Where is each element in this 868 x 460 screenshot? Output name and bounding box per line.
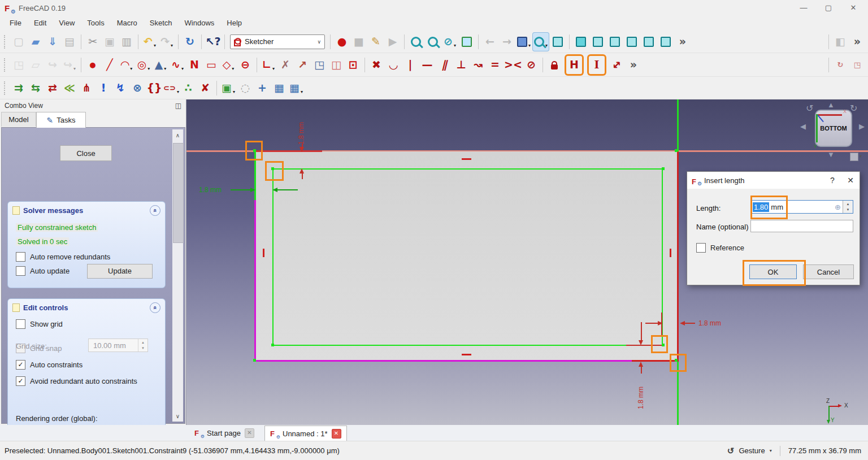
select-conflicting-constraints-button[interactable]: ↯ [112,79,128,97]
constrain-lock-button[interactable] [546,56,562,74]
view-toolbar-overflow[interactable]: » [675,33,691,51]
top-view-button[interactable] [590,33,606,51]
outer-rect-bottom-edge[interactable] [254,360,632,362]
nav-forward-button[interactable]: → [499,33,515,51]
macro-record-button[interactable]: ● [334,33,350,51]
navigation-cube[interactable]: ▲ ↺ ↻ ◀ ▶ BOTTOM X Y ▼ ▾ [800,101,868,166]
scrollbar-thumb[interactable] [173,143,184,243]
left-view-button[interactable] [658,33,674,51]
vertex-dot[interactable] [253,149,256,152]
vertex-dot[interactable] [675,359,678,362]
symmetry-button[interactable]: {} [146,79,162,97]
nav-rotate-ccw-icon[interactable]: ↺ [806,103,813,114]
cancel-button[interactable]: Cancel [803,264,854,279]
create-polygon-button[interactable]: ◇▾ [220,56,236,74]
redo-button[interactable]: ↷▾ [159,33,175,51]
extend-edge-button[interactable]: ↗ [294,56,310,74]
whats-this-button[interactable]: ↖? [205,33,221,51]
macro-edit-button[interactable]: ✎ [368,33,384,51]
show-hide-bspline-degree-button[interactable]: ◌ [237,79,253,97]
tab-tasks[interactable]: ✎ Tasks [36,112,86,128]
rotate-view-button[interactable]: ▾ [533,33,549,51]
bottom-view-button[interactable] [641,33,657,51]
dropdown-caret-icon[interactable]: ▾ [164,66,166,71]
dropdown-caret-icon[interactable]: ▾ [301,89,303,94]
undo-button[interactable]: ↶▾ [142,33,158,51]
fillet-button[interactable]: ∟▾ [261,56,276,74]
vertex-dot[interactable] [675,149,678,152]
toolbar-grip[interactable] [4,81,7,95]
open-file-button[interactable]: ▰ [28,33,44,51]
panel-scrollbar[interactable]: ∧ ∨ [172,129,183,422]
constrain-distance-button[interactable]: ↔ [609,56,624,74]
create-conic-button[interactable]: ▲▾ [153,56,168,74]
trim-edge-button[interactable]: ✗ [277,56,293,74]
paste-button[interactable]: ▥ [119,33,134,51]
create-point-button[interactable]: ● [85,56,101,74]
copy-elements-button[interactable]: ∴ [180,79,196,97]
menu-item-sketch[interactable]: Sketch [144,17,179,29]
connect-edges-button[interactable]: ⇄ [45,79,60,97]
tab-close-icon[interactable]: ✕ [332,429,341,439]
sketcher-edit-tools-icon-1[interactable]: ↻ [832,56,848,74]
constrain-vertical-button[interactable]: | [402,56,418,74]
menu-item-tools[interactable]: Tools [81,17,110,29]
constrain-block-button[interactable]: ⊘ [523,56,539,74]
constrain-equal-button[interactable]: = [487,56,503,74]
avoid-redundant-checkbox[interactable]: ✓ [16,376,25,386]
draw-style-button[interactable]: ⊘▾ [442,33,458,51]
dropdown-caret-icon[interactable]: ▾ [73,66,76,71]
tab-model[interactable]: Model [1,112,36,127]
float-panel-icon[interactable]: ◫ [175,102,181,110]
constrain-point-on-object-button[interactable]: ◡ [385,56,401,74]
zoom-selection-button[interactable] [425,33,441,51]
close-shape-button[interactable]: ⇆ [28,79,44,97]
toolbar-grip[interactable] [4,35,7,49]
horizontal-constraint-tick[interactable] [462,158,471,160]
collapse-solver-button[interactable]: « [150,205,160,216]
tab-start-page[interactable]: F ⚙ Start page ✕ [189,426,259,441]
constrain-perpendicular-button[interactable]: ⊥ [453,56,469,74]
sketcher-edit-tools-icon-2[interactable]: ◳ [849,56,865,74]
close-task-button[interactable]: Close [60,145,112,161]
dropdown-caret-icon[interactable]: ▾ [528,43,531,48]
create-line-button[interactable]: ╱ [102,56,118,74]
tab-close-icon[interactable]: ✕ [245,428,254,438]
dropdown-caret-icon[interactable]: ▾ [232,66,234,71]
show-bspline-control-polygon-button[interactable]: + [254,79,270,97]
create-rectangle-button[interactable]: ▭ [203,56,219,74]
outer-rect-top-edge[interactable] [255,150,322,152]
spin-down-icon[interactable]: ▼ [847,208,850,211]
select-redundant-constraints-button[interactable]: ! [96,79,111,97]
spin-up-icon[interactable]: ▲ [847,202,850,206]
remove-axes-alignment-button[interactable]: ✘ [197,79,213,97]
show-hide-internal-geometry-button[interactable]: ⊗ [129,79,145,97]
show-grid-checkbox[interactable] [16,319,25,329]
maximize-button[interactable]: ▢ [816,0,841,15]
carbon-copy-button[interactable]: ◫ [328,56,344,74]
menu-item-view[interactable]: View [53,17,81,29]
menu-item-macro[interactable]: Macro [111,17,144,29]
constrain-vertical-distance-button[interactable]: I [589,56,605,74]
box-selection-button[interactable] [459,33,475,51]
constraint-toolbar-overflow[interactable]: » [626,56,641,74]
constrain-horizontal-distance-button[interactable]: H [566,56,582,74]
outer-rect-left-edge[interactable] [254,200,256,362]
select-elements-of-constraints-button[interactable]: ⋔ [79,79,94,97]
inner-rect[interactable] [272,168,663,346]
dimension-bottom-label[interactable]: 1.8 mm [637,387,645,409]
constrain-symmetric-button[interactable]: >< [504,56,522,74]
constrain-tangent-button[interactable]: ↝ [470,56,486,74]
name-input[interactable] [750,220,853,232]
select-unconstrained-dof-button[interactable]: ⇉ [11,79,27,97]
dropdown-caret-icon[interactable]: ▾ [233,89,235,94]
dimension-top-label[interactable]: 1.8 mm [297,122,305,145]
create-arc-button[interactable]: ◠▾ [119,56,134,74]
nav-rotate-right-icon[interactable]: ▶ [859,122,865,131]
front-view-button[interactable] [573,33,589,51]
dropdown-caret-icon[interactable]: ▾ [454,43,456,48]
print-button[interactable]: ▤ [62,33,77,51]
vertex-dot[interactable] [662,344,665,346]
collapse-edit-controls-button[interactable]: « [150,302,160,313]
nav-rotate-up-icon[interactable]: ▲ [827,101,835,109]
